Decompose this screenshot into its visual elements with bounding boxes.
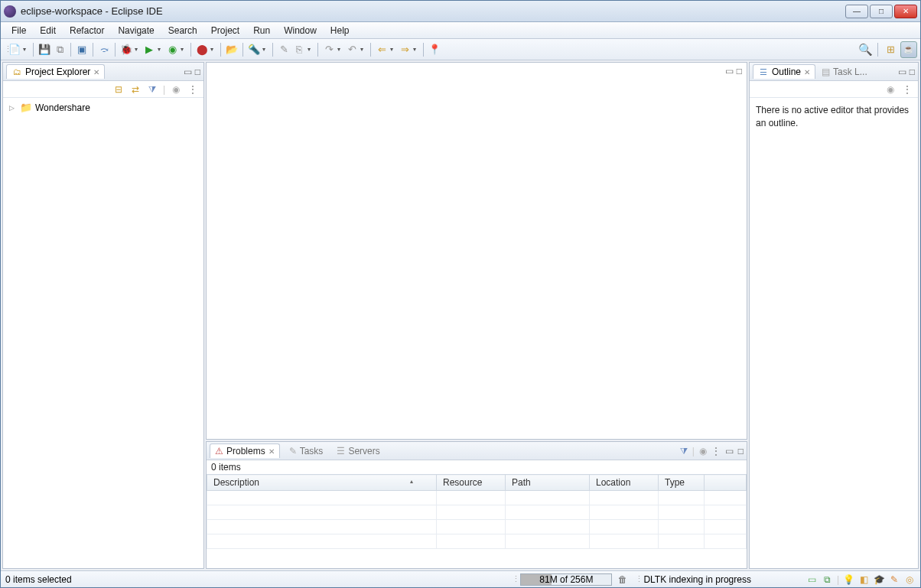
problems-tab[interactable]: ⚠ Problems ✕ (210, 443, 280, 458)
step-dropdown[interactable]: ▾ (337, 46, 343, 53)
tab-close-icon[interactable]: ✕ (804, 68, 810, 76)
focus-outline-icon[interactable]: ◉ (884, 83, 897, 96)
close-button[interactable]: ✕ (894, 5, 917, 18)
coverage-dropdown[interactable]: ▾ (181, 46, 187, 53)
menu-search[interactable]: Search (162, 24, 203, 37)
terminal-icon[interactable]: ▣ (75, 43, 89, 57)
wand-icon[interactable]: ✎ (277, 43, 291, 57)
tree-item[interactable]: ▷ 📁 Wondershare (6, 101, 200, 114)
search-tool-icon[interactable]: 🔦 (247, 43, 261, 57)
new-icon-status[interactable]: ✎ (888, 574, 900, 585)
col-description[interactable]: Description▴ (207, 475, 437, 491)
filter-icon[interactable]: ⧩ (146, 83, 158, 96)
problems-tab-label: Problems (226, 446, 265, 456)
forward-dropdown[interactable]: ▾ (413, 46, 419, 53)
outline-menu-icon[interactable]: ⋮ (901, 83, 913, 96)
minimize-panel-icon[interactable]: ▭ (725, 446, 734, 456)
tasks-tab[interactable]: ✎ Tasks (285, 444, 328, 458)
menu-run[interactable]: Run (247, 24, 276, 37)
tab-close-icon[interactable]: ✕ (268, 447, 275, 456)
coverage-icon[interactable]: ◉ (165, 43, 179, 57)
project-tree[interactable]: ▷ 📁 Wondershare (3, 98, 203, 568)
pin-editor-icon[interactable]: 📍 (428, 43, 441, 57)
run-last-icon[interactable]: ⬤ (195, 43, 209, 57)
back-icon[interactable]: ⇐ (375, 43, 389, 57)
progress-icon[interactable]: ▭ (806, 574, 818, 585)
collapse-all-icon[interactable]: ⊟ (112, 83, 125, 96)
focus-problems-icon[interactable]: ◉ (699, 446, 707, 456)
problems-menu-icon[interactable]: ⋮ (711, 446, 721, 456)
step2-icon[interactable]: ↶ (345, 43, 359, 57)
table-row[interactable] (207, 534, 747, 549)
table-row[interactable] (207, 491, 747, 505)
menu-refactor[interactable]: Refactor (63, 24, 110, 37)
task-list-tab[interactable]: ▤ Task L... (818, 65, 871, 79)
col-path[interactable]: Path (506, 475, 590, 491)
menu-edit[interactable]: Edit (34, 24, 62, 37)
minimize-button[interactable]: — (845, 5, 868, 18)
table-row[interactable] (207, 505, 747, 520)
whatsnew-icon[interactable]: ◎ (903, 574, 916, 585)
servers-tab[interactable]: ☰ Servers (332, 444, 384, 458)
run-icon[interactable]: ▶ (142, 43, 156, 57)
col-location[interactable]: Location (590, 475, 659, 491)
save-all-icon[interactable]: ⧉ (53, 43, 67, 57)
open-type-icon[interactable]: 📂 (225, 43, 239, 57)
menu-file[interactable]: File (5, 24, 32, 37)
maximize-panel-icon[interactable]: □ (738, 446, 744, 456)
menu-help[interactable]: Help (324, 24, 356, 37)
forward-icon[interactable]: ⇒ (398, 43, 412, 57)
tab-close-icon[interactable]: ✕ (93, 68, 99, 76)
minimize-view-icon[interactable]: ▭ (184, 67, 192, 77)
expand-arrow-icon[interactable]: ▷ (9, 104, 17, 112)
gc-trash-icon[interactable]: 🗑 (618, 574, 629, 585)
open-perspective-icon[interactable]: ⊞ (884, 43, 897, 57)
run-last-dropdown[interactable]: ▾ (210, 46, 216, 53)
debug-icon[interactable]: 🐞 (119, 43, 133, 57)
minimize-outline-icon[interactable]: ▭ (898, 67, 906, 77)
editor-area[interactable]: ▭ □ (206, 62, 747, 440)
heap-status[interactable]: 81M of 256M (520, 573, 612, 586)
toggle-icon[interactable]: ⎘ (292, 43, 306, 57)
link-editor-icon[interactable]: ⇄ (129, 83, 142, 96)
separator (877, 43, 878, 57)
menu-project[interactable]: Project (205, 24, 246, 37)
save-icon[interactable]: 💾 (37, 43, 51, 57)
problems-table[interactable]: Description▴ Resource Path Location Type (207, 474, 747, 549)
status-bar: 0 items selected ⋮ 81M of 256M 🗑 ⋮ DLTK … (1, 570, 920, 587)
toggle-dropdown[interactable]: ▾ (308, 46, 314, 53)
project-explorer-title: Project Explorer (25, 67, 90, 77)
tip-icon[interactable]: 💡 (842, 574, 854, 585)
maximize-button[interactable]: □ (870, 5, 893, 18)
debug-dropdown[interactable]: ▾ (135, 46, 141, 53)
new-icon[interactable]: 📄 (8, 43, 21, 57)
menu-navigate[interactable]: Navigate (112, 24, 160, 37)
back-dropdown[interactable]: ▾ (390, 46, 396, 53)
step-icon[interactable]: ↷ (322, 43, 336, 57)
java-perspective-icon[interactable]: ☕ (900, 41, 917, 58)
table-row[interactable] (207, 520, 747, 534)
filter-problems-icon[interactable]: ⧩ (680, 446, 688, 456)
run-dropdown[interactable]: ▾ (158, 46, 164, 53)
outline-tab[interactable]: ☰ Outline ✕ (753, 64, 815, 79)
col-extra[interactable] (705, 475, 747, 491)
samples-icon[interactable]: 🎓 (873, 574, 885, 585)
col-resource[interactable]: Resource (437, 475, 506, 491)
new-dropdown[interactable]: ▾ (23, 46, 29, 53)
menu-window[interactable]: Window (278, 24, 323, 37)
maximize-editor-icon[interactable]: □ (737, 66, 742, 76)
step2-dropdown[interactable]: ▾ (360, 46, 366, 53)
maximize-outline-icon[interactable]: □ (910, 67, 915, 77)
maximize-view-icon[interactable]: □ (195, 67, 200, 77)
col-type[interactable]: Type (659, 475, 705, 491)
view-menu-icon[interactable]: ⋮ (187, 83, 199, 96)
menu-bar: File Edit Refactor Navigate Search Proje… (1, 22, 920, 39)
project-explorer-tab[interactable]: 🗂 Project Explorer ✕ (6, 64, 105, 79)
minimize-editor-icon[interactable]: ▭ (725, 66, 734, 76)
skip-breakpoints-icon[interactable]: ⤼ (97, 43, 111, 57)
focus-task-icon[interactable]: ◉ (170, 83, 182, 96)
overview-icon[interactable]: ◧ (858, 574, 870, 585)
search-tool-dropdown[interactable]: ▾ (262, 46, 268, 53)
updates-icon[interactable]: ⧉ (822, 574, 834, 585)
quick-access-icon[interactable]: 🔍 (858, 43, 872, 57)
